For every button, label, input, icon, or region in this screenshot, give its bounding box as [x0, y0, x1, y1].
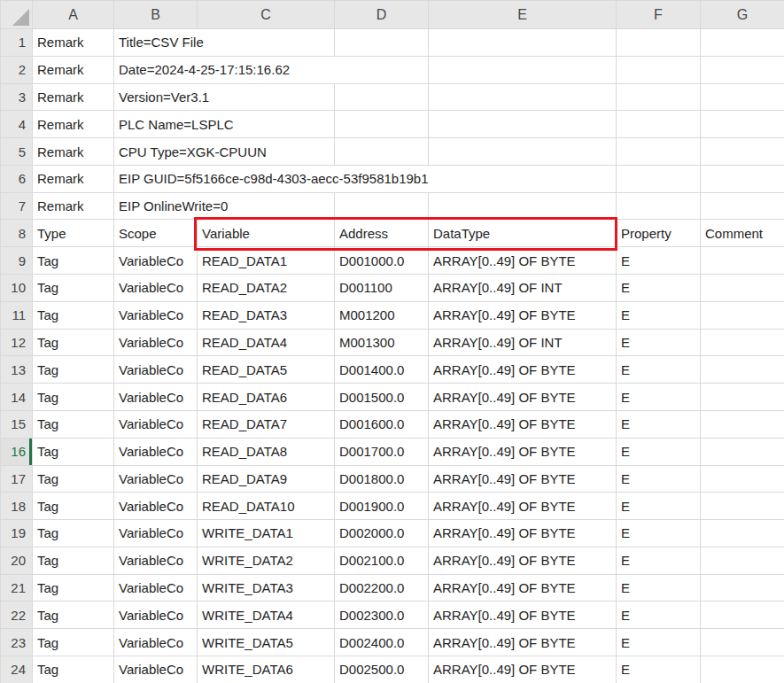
cell-A7[interactable]: Remark — [33, 192, 114, 220]
cell-G1[interactable] — [701, 29, 784, 57]
cell-B7[interactable]: EIP OnlineWrite=0 — [114, 192, 335, 220]
cell-B1[interactable]: Title=CSV File — [114, 29, 335, 57]
cell-C13[interactable]: READ_DATA5 — [198, 356, 335, 384]
row-header-20[interactable]: 20 — [1, 547, 33, 574]
row-header-2[interactable]: 2 — [1, 56, 33, 83]
cell-D14[interactable]: D001500.0 — [335, 384, 429, 411]
cell-B21[interactable]: VariableCo — [114, 574, 198, 602]
cell-E20[interactable]: ARRAY[0..49] OF BYTE — [429, 547, 617, 574]
cell-F19[interactable]: E — [617, 520, 701, 547]
cell-E21[interactable]: ARRAY[0..49] OF BYTE — [429, 574, 617, 602]
cell-G5[interactable] — [701, 138, 784, 166]
cell-A6[interactable]: Remark — [33, 165, 114, 192]
cell-D3[interactable] — [335, 83, 429, 111]
cell-A15[interactable]: Tag — [33, 410, 114, 438]
cell-G15[interactable] — [701, 410, 784, 438]
cell-C16[interactable]: READ_DATA8 — [198, 438, 335, 465]
cell-E2[interactable] — [429, 56, 617, 83]
cell-E1[interactable] — [429, 29, 617, 57]
cell-A1[interactable]: Remark — [33, 29, 114, 57]
row-header-21[interactable]: 21 — [1, 574, 33, 602]
cell-F14[interactable]: E — [617, 384, 701, 411]
cell-A20[interactable]: Tag — [33, 547, 114, 574]
row-header-19[interactable]: 19 — [1, 520, 33, 547]
cell-A9[interactable]: Tag — [33, 247, 114, 275]
row-header-9[interactable]: 9 — [1, 247, 33, 275]
cell-D18[interactable]: D001900.0 — [335, 493, 429, 520]
cell-C24[interactable]: WRITE_DATA6 — [198, 656, 335, 683]
cell-F8[interactable]: Property — [617, 220, 701, 247]
cell-F15[interactable]: E — [617, 410, 701, 438]
cell-B4[interactable]: PLC Name=LSPLC — [114, 111, 335, 138]
cell-E11[interactable]: ARRAY[0..49] OF BYTE — [429, 301, 617, 329]
cell-E9[interactable]: ARRAY[0..49] OF BYTE — [429, 247, 617, 275]
cell-D7[interactable] — [335, 192, 429, 220]
cell-C11[interactable]: READ_DATA3 — [198, 301, 335, 329]
cell-F18[interactable]: E — [617, 493, 701, 520]
cell-G4[interactable] — [701, 111, 784, 138]
cell-D21[interactable]: D002200.0 — [335, 574, 429, 602]
row-header-13[interactable]: 13 — [1, 356, 33, 384]
cell-E16[interactable]: ARRAY[0..49] OF BYTE — [429, 438, 617, 465]
row-header-11[interactable]: 11 — [1, 301, 33, 329]
cell-G7[interactable] — [701, 192, 784, 220]
row-header-23[interactable]: 23 — [1, 629, 33, 656]
cell-D5[interactable] — [335, 138, 429, 166]
cell-B18[interactable]: VariableCo — [114, 493, 198, 520]
cell-F2[interactable] — [617, 56, 701, 83]
cell-E7[interactable] — [429, 192, 617, 220]
cell-E4[interactable] — [429, 111, 617, 138]
cell-G11[interactable] — [701, 301, 784, 329]
cell-F10[interactable]: E — [617, 275, 701, 302]
cell-G21[interactable] — [701, 574, 784, 602]
row-header-1[interactable]: 1 — [1, 29, 33, 57]
cell-D16[interactable]: D001700.0 — [335, 438, 429, 465]
cell-F21[interactable]: E — [617, 574, 701, 602]
cell-C10[interactable]: READ_DATA2 — [198, 275, 335, 302]
cell-F4[interactable] — [617, 111, 701, 138]
cell-F22[interactable]: E — [617, 602, 701, 629]
cell-B14[interactable]: VariableCo — [114, 384, 198, 411]
cell-D11[interactable]: M001200 — [335, 301, 429, 329]
cell-E8[interactable]: DataType — [429, 220, 617, 247]
row-header-22[interactable]: 22 — [1, 602, 33, 629]
column-header-g[interactable]: G — [701, 1, 784, 29]
cell-A8[interactable]: Type — [33, 220, 114, 247]
cell-G24[interactable] — [701, 656, 784, 683]
cell-B15[interactable]: VariableCo — [114, 410, 198, 438]
row-header-17[interactable]: 17 — [1, 465, 33, 493]
column-header-f[interactable]: F — [617, 1, 701, 29]
cell-G3[interactable] — [701, 83, 784, 111]
cell-G14[interactable] — [701, 384, 784, 411]
cell-A10[interactable]: Tag — [33, 275, 114, 302]
cell-G23[interactable] — [701, 629, 784, 656]
cell-E5[interactable] — [429, 138, 617, 166]
cell-C12[interactable]: READ_DATA4 — [198, 329, 335, 356]
cell-A18[interactable]: Tag — [33, 493, 114, 520]
row-header-4[interactable]: 4 — [1, 111, 33, 138]
cell-A11[interactable]: Tag — [33, 301, 114, 329]
cell-G20[interactable] — [701, 547, 784, 574]
cell-E15[interactable]: ARRAY[0..49] OF BYTE — [429, 410, 617, 438]
row-header-15[interactable]: 15 — [1, 410, 33, 438]
cell-F20[interactable]: E — [617, 547, 701, 574]
cell-G8[interactable]: Comment — [701, 220, 784, 247]
cell-G18[interactable] — [701, 493, 784, 520]
row-header-18[interactable]: 18 — [1, 493, 33, 520]
cell-B22[interactable]: VariableCo — [114, 602, 198, 629]
cell-D1[interactable] — [335, 29, 429, 57]
cell-G6[interactable] — [701, 165, 784, 192]
cell-D19[interactable]: D002000.0 — [335, 520, 429, 547]
cell-G22[interactable] — [701, 602, 784, 629]
cell-A13[interactable]: Tag — [33, 356, 114, 384]
cell-E22[interactable]: ARRAY[0..49] OF BYTE — [429, 602, 617, 629]
cell-D9[interactable]: D001000.0 — [335, 247, 429, 275]
select-all-corner[interactable] — [1, 1, 33, 29]
cell-G10[interactable] — [701, 275, 784, 302]
cell-B13[interactable]: VariableCo — [114, 356, 198, 384]
cell-B2[interactable]: Date=2024-4-25-17:15:16.62 — [114, 56, 429, 83]
row-header-3[interactable]: 3 — [1, 83, 33, 111]
cell-A23[interactable]: Tag — [33, 629, 114, 656]
cell-C18[interactable]: READ_DATA10 — [198, 493, 335, 520]
column-header-d[interactable]: D — [335, 1, 429, 29]
